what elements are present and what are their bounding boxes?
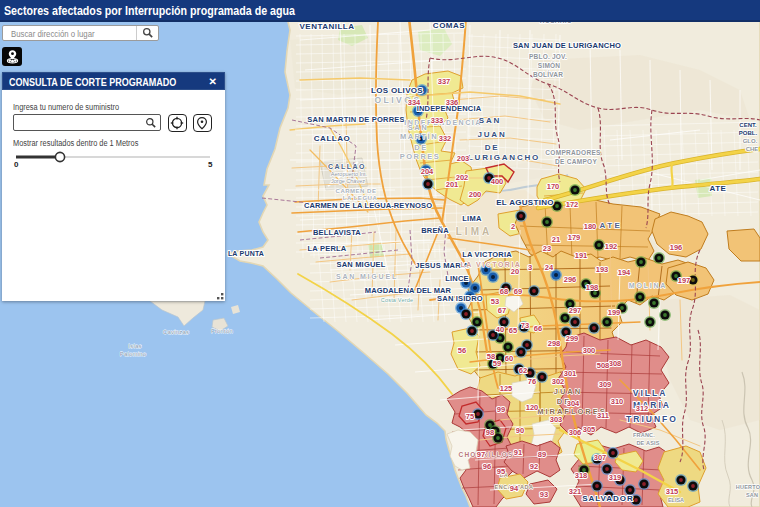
svg-text:COMAS: COMAS bbox=[433, 21, 465, 30]
svg-text:305: 305 bbox=[583, 425, 596, 434]
svg-text:96: 96 bbox=[483, 462, 491, 471]
svg-text:56: 56 bbox=[458, 346, 466, 355]
svg-text:DE CAMPOY: DE CAMPOY bbox=[555, 158, 597, 165]
svg-text:321: 321 bbox=[569, 487, 582, 496]
svg-text:JUAN: JUAN bbox=[554, 387, 582, 396]
svg-text:99: 99 bbox=[497, 405, 505, 414]
svg-text:23: 23 bbox=[543, 244, 551, 253]
svg-text:CENT.: CENT. bbox=[739, 122, 757, 128]
svg-text:SAN MIGUEL: SAN MIGUEL bbox=[336, 273, 398, 280]
svg-text:193: 193 bbox=[596, 265, 609, 274]
svg-text:307: 307 bbox=[594, 453, 607, 462]
svg-text:194: 194 bbox=[618, 268, 631, 277]
svg-text:SAN: SAN bbox=[408, 123, 428, 132]
svg-text:FRANC.: FRANC. bbox=[633, 432, 655, 438]
svg-text:Cavinzas: Cavinzas bbox=[163, 329, 189, 335]
svg-text:CHE: CHE bbox=[746, 146, 759, 152]
svg-text:60: 60 bbox=[505, 354, 513, 363]
svg-text:SAN: SAN bbox=[479, 116, 501, 125]
svg-text:MOLINA: MOLINA bbox=[629, 282, 667, 289]
svg-text:66: 66 bbox=[534, 324, 542, 333]
svg-text:95: 95 bbox=[497, 467, 505, 476]
svg-text:GLO.: GLO. bbox=[743, 138, 758, 144]
svg-text:334: 334 bbox=[408, 98, 421, 107]
svg-text:65: 65 bbox=[509, 326, 517, 335]
svg-text:203: 203 bbox=[457, 154, 470, 163]
svg-text:97: 97 bbox=[477, 450, 485, 459]
svg-text:94: 94 bbox=[510, 484, 519, 493]
svg-text:COMPRADORES: COMPRADORES bbox=[545, 149, 601, 156]
svg-text:SAN MARTIN DE PORRES: SAN MARTIN DE PORRES bbox=[307, 115, 404, 124]
svg-text:LIMA: LIMA bbox=[456, 226, 492, 237]
svg-text:300: 300 bbox=[583, 346, 596, 355]
svg-text:318: 318 bbox=[575, 471, 588, 480]
svg-text:93: 93 bbox=[540, 490, 548, 499]
svg-text:BREÑA: BREÑA bbox=[421, 226, 449, 235]
svg-text:Frontón: Frontón bbox=[211, 328, 233, 334]
svg-text:SAN MIGUEL: SAN MIGUEL bbox=[336, 260, 385, 269]
svg-text:SIMÓN: SIMÓN bbox=[538, 61, 560, 69]
svg-text:40: 40 bbox=[496, 325, 504, 334]
svg-text:LA VICTORIA: LA VICTORIA bbox=[462, 250, 512, 259]
svg-text:400: 400 bbox=[491, 177, 504, 186]
svg-text:336: 336 bbox=[446, 98, 459, 107]
svg-text:306: 306 bbox=[569, 428, 582, 437]
svg-text:76: 76 bbox=[528, 377, 536, 386]
svg-text:CARMEN DE LA LEGUA-REYNOSO: CARMEN DE LA LEGUA-REYNOSO bbox=[304, 201, 432, 210]
svg-text:24: 24 bbox=[545, 263, 554, 272]
svg-text:PORRES: PORRES bbox=[400, 152, 441, 161]
svg-text:LA PERLA: LA PERLA bbox=[308, 244, 347, 253]
svg-text:90: 90 bbox=[516, 426, 524, 435]
svg-text:200: 200 bbox=[469, 190, 482, 199]
svg-text:67: 67 bbox=[498, 306, 506, 315]
svg-text:VILLA: VILLA bbox=[633, 388, 668, 398]
svg-text:180: 180 bbox=[584, 222, 597, 231]
svg-text:332: 332 bbox=[439, 134, 452, 143]
svg-text:20: 20 bbox=[511, 267, 519, 276]
svg-text:75: 75 bbox=[466, 412, 474, 421]
svg-text:69: 69 bbox=[514, 287, 522, 296]
svg-text:315: 315 bbox=[666, 487, 679, 496]
svg-text:Islas: Islas bbox=[128, 343, 141, 349]
svg-text:302: 302 bbox=[552, 377, 565, 386]
svg-text:310: 310 bbox=[611, 397, 624, 406]
svg-text:LINCE: LINCE bbox=[445, 274, 469, 283]
svg-text:301: 301 bbox=[564, 369, 577, 378]
svg-text:SAN JUAN DE LURIGANCHO: SAN JUAN DE LURIGANCHO bbox=[513, 41, 621, 50]
svg-text:21: 21 bbox=[552, 235, 560, 244]
svg-text:CARMEN DE: CARMEN DE bbox=[336, 188, 377, 194]
svg-text:304: 304 bbox=[567, 399, 580, 408]
svg-text:SAN ISIDRO: SAN ISIDRO bbox=[437, 294, 483, 303]
svg-text:ATE: ATE bbox=[710, 184, 727, 193]
svg-text:319: 319 bbox=[609, 473, 622, 482]
svg-text:LA PUNTA: LA PUNTA bbox=[228, 250, 264, 257]
svg-text:ELISA: ELISA bbox=[668, 497, 684, 503]
svg-text:92: 92 bbox=[530, 462, 538, 471]
svg-text:199: 199 bbox=[608, 308, 621, 317]
svg-text:311: 311 bbox=[597, 411, 609, 420]
svg-text:172: 172 bbox=[566, 200, 579, 209]
svg-text:73: 73 bbox=[521, 321, 529, 330]
svg-text:508: 508 bbox=[597, 361, 610, 370]
svg-text:303: 303 bbox=[550, 415, 563, 424]
svg-text:JUAN: JUAN bbox=[478, 130, 507, 139]
svg-text:MARTÍN: MARTÍN bbox=[400, 132, 438, 141]
svg-text:204: 204 bbox=[421, 167, 434, 176]
svg-text:296: 296 bbox=[564, 275, 577, 284]
svg-text:89: 89 bbox=[538, 450, 546, 459]
svg-text:EL AGUSTINO: EL AGUSTINO bbox=[496, 198, 554, 207]
svg-text:299: 299 bbox=[566, 334, 579, 343]
svg-text:125: 125 bbox=[500, 384, 513, 393]
svg-text:BOLÍVAR: BOLÍVAR bbox=[533, 70, 563, 78]
svg-text:ATE: ATE bbox=[600, 221, 623, 230]
svg-text:Costa Verde: Costa Verde bbox=[381, 297, 413, 303]
svg-text:LIMA: LIMA bbox=[462, 214, 482, 223]
svg-text:Jorge Chávez: Jorge Chávez bbox=[331, 178, 365, 184]
svg-text:297: 297 bbox=[569, 306, 582, 315]
svg-text:Aeropuerto Int.: Aeropuerto Int. bbox=[331, 171, 368, 177]
svg-text:201: 201 bbox=[446, 180, 459, 189]
svg-text:197: 197 bbox=[678, 276, 691, 285]
svg-text:179: 179 bbox=[568, 233, 581, 242]
svg-text:DE: DE bbox=[414, 143, 427, 152]
svg-text:192: 192 bbox=[605, 242, 618, 251]
